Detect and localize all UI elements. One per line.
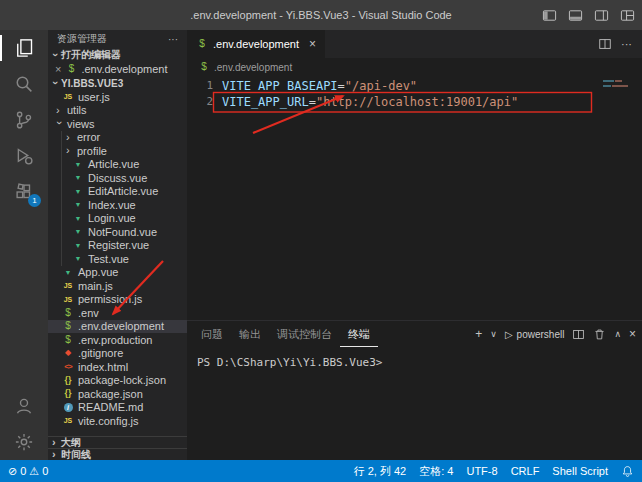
source-control-icon[interactable] xyxy=(0,102,48,138)
tree-item-readme-md[interactable]: iREADME.md xyxy=(48,401,187,415)
info-icon: i xyxy=(64,403,73,412)
chevron-right-icon: › xyxy=(66,132,73,143)
status-right: 行 2, 列 42 空格: 4 UTF-8 CRLF Shell Script xyxy=(354,464,634,479)
vue-icon: ▼ xyxy=(72,228,84,235)
env-file-icon: $ xyxy=(62,321,74,331)
tree-item-package-json[interactable]: {}package.json xyxy=(48,387,187,401)
close-panel-icon[interactable]: × xyxy=(629,328,636,340)
tree-item-discuss-vue[interactable]: ▼Discuss.vue xyxy=(48,171,187,185)
tab-problems[interactable]: 问题 xyxy=(193,321,231,347)
maximize-panel-icon[interactable]: ∧ xyxy=(614,330,621,339)
tree-item-notfound-vue[interactable]: ▼NotFound.vue xyxy=(48,225,187,239)
tree-item-article-vue[interactable]: ▼Article.vue xyxy=(48,158,187,172)
git-icon: ◆ xyxy=(62,349,74,357)
tree-item-register-vue[interactable]: ▼Register.vue xyxy=(48,239,187,253)
outline-section-header[interactable]: › 大纲 xyxy=(48,436,187,448)
file-tree: JSuser.js ›utils ›views ›error ›profile … xyxy=(48,90,187,428)
language-mode[interactable]: Shell Script xyxy=(552,465,608,477)
encoding[interactable]: UTF-8 xyxy=(466,465,497,477)
split-editor-icon[interactable] xyxy=(598,37,612,51)
tree-item-main-js[interactable]: JSmain.js xyxy=(48,279,187,293)
open-editors-header[interactable]: › 打开的编辑器 xyxy=(48,48,187,62)
tree-item-env[interactable]: $.env xyxy=(48,306,187,320)
account-icon[interactable] xyxy=(0,388,48,424)
tab-debug-console[interactable]: 调试控制台 xyxy=(269,321,340,347)
chevron-down-icon: › xyxy=(50,80,61,87)
tree-item-test-vue[interactable]: ▼Test.vue xyxy=(48,252,187,266)
tab-env-development[interactable]: $ .env.development × xyxy=(187,30,325,58)
terminal-output[interactable]: PS D:\CSharp\Yi\Yi.BBS.Vue3> xyxy=(187,347,642,378)
tree-item-package-lock-json[interactable]: {}package-lock.json xyxy=(48,374,187,388)
activity-bar: 1 xyxy=(0,30,48,460)
editor-actions: ··· xyxy=(598,30,642,58)
more-actions-icon[interactable]: ··· xyxy=(621,38,632,50)
open-editor-item[interactable]: × $ .env.development xyxy=(48,62,187,76)
breadcrumb[interactable]: $ .env.development xyxy=(187,58,642,76)
tree-item-editarticle-vue[interactable]: ▼EditArticle.vue xyxy=(48,185,187,199)
tree-item-index-vue[interactable]: ▼Index.vue xyxy=(48,198,187,212)
tree-item-gitignore[interactable]: ◆.gitignore xyxy=(48,347,187,361)
search-icon[interactable] xyxy=(0,66,48,102)
split-terminal-icon[interactable] xyxy=(572,328,585,341)
chevron-right-icon: › xyxy=(52,437,59,448)
tree-item-env-production[interactable]: $.env.production xyxy=(48,333,187,347)
new-terminal-icon[interactable]: + xyxy=(475,328,482,340)
env-file-icon: $ xyxy=(198,62,210,72)
minimap[interactable] xyxy=(603,80,633,90)
panel-actions: + ∨ ▷ powershell ∧ × xyxy=(475,328,636,341)
line-number: 2 xyxy=(187,94,222,110)
close-icon[interactable]: × xyxy=(55,64,61,75)
tree-item-user-js[interactable]: JSuser.js xyxy=(48,90,187,104)
cursor-position[interactable]: 行 2, 列 42 xyxy=(354,464,407,479)
env-file-icon: $ xyxy=(62,308,74,318)
terminal-profile-dropdown-icon[interactable]: ∨ xyxy=(490,330,497,339)
chevron-right-icon: › xyxy=(52,449,59,460)
vue-icon: ▼ xyxy=(72,242,84,249)
vue-icon: ▼ xyxy=(72,255,84,262)
vue-icon: ▼ xyxy=(72,188,84,195)
tree-item-app-vue[interactable]: ▼App.vue xyxy=(48,266,187,280)
tree-item-permission-js[interactable]: JSpermission.js xyxy=(48,293,187,307)
chevron-down-icon: › xyxy=(54,121,65,128)
sidebar-title-row: 资源管理器 ··· xyxy=(48,30,187,48)
toggle-panel-icon[interactable] xyxy=(566,6,584,24)
problems-status[interactable]: ⊘ 0 ⚠ 0 xyxy=(8,465,48,478)
customize-layout-icon[interactable] xyxy=(618,6,636,24)
js-icon: JS xyxy=(62,296,74,303)
tree-folder-profile[interactable]: ›profile xyxy=(48,144,187,158)
toggle-sidebar-icon[interactable] xyxy=(540,6,558,24)
sidebar-more-actions-icon[interactable]: ··· xyxy=(168,34,178,45)
tree-folder-error[interactable]: ›error xyxy=(48,131,187,145)
tree-item-vite-config-js[interactable]: JSvite.config.js xyxy=(48,414,187,428)
terminal-profile-item[interactable]: ▷ powershell xyxy=(505,329,565,340)
code-editor[interactable]: 1 VITE_APP_BASEAPI="/api-dev" 2 VITE_APP… xyxy=(187,76,642,110)
vue-icon: ▼ xyxy=(72,201,84,208)
close-icon[interactable]: × xyxy=(309,38,316,50)
timeline-section-header[interactable]: › 时间线 xyxy=(48,448,187,460)
tree-folder-utils[interactable]: ›utils xyxy=(48,104,187,118)
indentation[interactable]: 空格: 4 xyxy=(419,464,453,479)
kill-terminal-icon[interactable] xyxy=(593,328,606,341)
explorer-icon[interactable] xyxy=(0,30,48,66)
tree-folder-views[interactable]: ›views xyxy=(48,117,187,131)
env-file-icon: $ xyxy=(62,335,74,345)
title-bar: .env.development - Yi.BBS.Vue3 - Visual … xyxy=(0,0,642,30)
json-icon: {} xyxy=(62,376,74,385)
tab-output[interactable]: 输出 xyxy=(231,321,269,347)
project-header[interactable]: › YI.BBS.VUE3 xyxy=(48,76,187,90)
eol-sequence[interactable]: CRLF xyxy=(511,465,540,477)
notifications-bell-icon[interactable] xyxy=(621,465,634,478)
powershell-icon: ▷ xyxy=(505,329,513,340)
tree-item-login-vue[interactable]: ▼Login.vue xyxy=(48,212,187,226)
settings-gear-icon[interactable] xyxy=(0,424,48,460)
toggle-secondary-sidebar-icon[interactable] xyxy=(592,6,610,24)
sidebar-bottom-sections: › 大纲 › 时间线 xyxy=(48,436,187,460)
code-line-2: 2 VITE_APP_URL="http://localhost:19001/a… xyxy=(187,94,642,110)
tab-label: .env.development xyxy=(213,38,299,50)
tree-item-index-html[interactable]: <>index.html xyxy=(48,360,187,374)
run-debug-icon[interactable] xyxy=(0,138,48,174)
extensions-icon[interactable]: 1 xyxy=(0,174,48,210)
tab-terminal[interactable]: 终端 xyxy=(340,321,378,347)
tree-item-env-development[interactable]: $.env.development xyxy=(48,320,187,334)
js-icon: JS xyxy=(62,282,74,289)
